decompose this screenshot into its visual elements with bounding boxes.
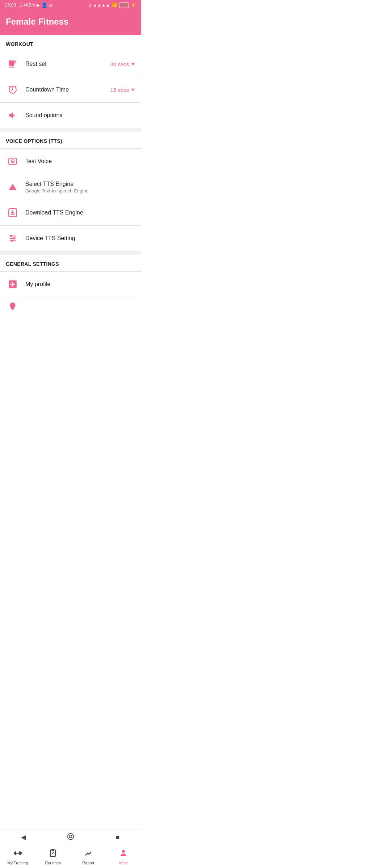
test-voice-label: Test Voice [25,158,52,164]
workout-section: WORKOUT Rest set 30 secs ▼ [0,35,141,128]
rest-set-label: Rest set [25,61,47,67]
status-right: ⅎ ▲▲▲▲ 📶 76% ⚡ [89,3,136,8]
speed-label: | 1.4KB/s [17,3,35,8]
plus-box-icon [6,277,20,291]
svg-point-12 [11,240,13,241]
partial-icon [6,299,20,313]
notification-icon: 👤 [41,2,47,8]
device-tts-content: Device TTS Setting [25,235,135,242]
my-profile-item[interactable]: My profile [0,272,141,297]
svg-point-10 [10,235,12,237]
download-tts-label: Download TTS Engine [25,209,83,216]
main-content: WORKOUT Rest set 30 secs ▼ [0,35,141,362]
my-profile-label: My profile [25,281,50,287]
sliders-icon [6,231,20,245]
countdown-value: 15 secs ▼ [110,87,135,93]
cup-icon [6,57,20,71]
countdown-chevron: ▼ [130,87,135,93]
select-tts-item[interactable]: Select TTS Engine Google Text-to-speech … [0,174,141,200]
wifi-icon: 📶 [112,3,117,8]
sync-icon: ⊘ [49,3,53,8]
rest-set-item[interactable]: Rest set 30 secs ▼ [0,51,141,77]
speaker-icon [6,109,20,122]
general-settings-section: GENERAL SETTINGS My profile [0,255,141,315]
download-box-icon [6,206,20,220]
device-tts-item[interactable]: Device TTS Setting [0,226,141,251]
svg-point-3 [12,161,13,162]
time-label: 22:00 [5,3,16,8]
rest-set-chevron: ▼ [130,61,135,67]
rest-set-value: 30 secs ▼ [110,61,135,67]
sound-options-item[interactable]: Sound options [0,103,141,128]
rest-set-content: Rest set [25,61,110,67]
app-title: Female Fitness [6,17,68,26]
play-icon: ▶ [37,3,40,8]
charging-icon: ⚡ [131,3,136,8]
svg-marker-4 [9,184,17,190]
app-header: Female Fitness [0,10,141,35]
partial-item [0,297,141,315]
divider-1 [0,128,141,132]
battery-icon: 76% [119,3,129,8]
countdown-content: Countdown Time [25,86,110,93]
camera-round-icon [6,154,20,168]
divider-2 [0,251,141,255]
download-tts-item[interactable]: Download TTS Engine [0,200,141,226]
device-tts-label: Device TTS Setting [25,235,75,241]
select-tts-content: Select TTS Engine Google Text-to-speech … [25,181,135,193]
sound-content: Sound options [25,112,135,119]
signal-icon: ▲▲▲▲ [93,3,110,8]
test-voice-content: Test Voice [25,158,135,165]
test-voice-item[interactable]: Test Voice [0,149,141,174]
status-left: 22:00 | 1.4KB/s ▶ 👤 ⊘ [5,2,53,8]
countdown-time-item[interactable]: Countdown Time 15 secs ▼ [0,77,141,103]
sound-label: Sound options [25,112,62,118]
voice-options-header: VOICE OPTIONS (TTS) [0,132,141,148]
voice-options-section: VOICE OPTIONS (TTS) Test Voice [0,132,141,251]
workout-section-header: WORKOUT [0,35,141,51]
download-tts-content: Download TTS Engine [25,209,135,216]
select-tts-sublabel: Google Text-to-speech Engine [25,188,135,193]
svg-point-11 [13,238,15,239]
status-bar: 22:00 | 1.4KB/s ▶ 👤 ⊘ ⅎ ▲▲▲▲ 📶 76% ⚡ [0,0,141,10]
countdown-label: Countdown Time [25,86,69,93]
clock-arrow-icon [6,83,20,97]
my-profile-content: My profile [25,281,135,288]
bluetooth-icon: ⅎ [89,3,91,8]
general-settings-header: GENERAL SETTINGS [0,255,141,271]
triangle-arrow-icon [6,180,20,194]
select-tts-label: Select TTS Engine [25,181,135,187]
